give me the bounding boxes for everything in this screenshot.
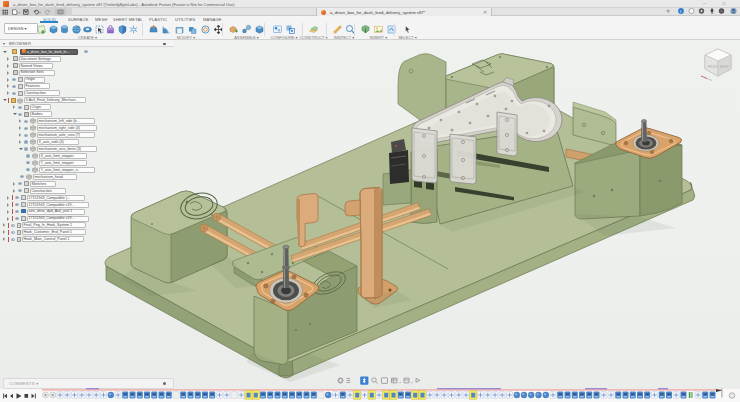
svg-text:FRONT: FRONT bbox=[708, 65, 718, 69]
svg-text:RIGHT: RIGHT bbox=[720, 65, 729, 69]
